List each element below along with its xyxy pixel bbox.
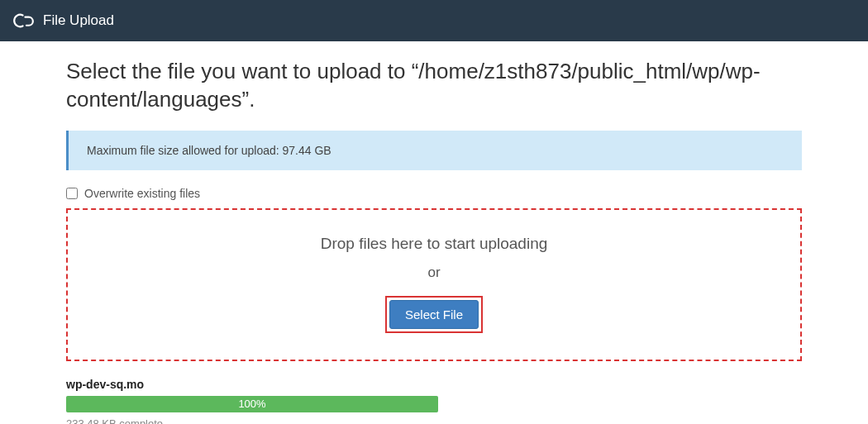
overwrite-label: Overwrite existing files — [84, 187, 200, 200]
content-area: Select the file you want to upload to “/… — [0, 41, 868, 424]
cpanel-logo-icon — [13, 10, 35, 31]
progress-percent-label: 100% — [238, 398, 265, 410]
select-file-highlight: Select File — [385, 296, 483, 333]
dropzone-or: or — [84, 264, 784, 281]
select-file-button[interactable]: Select File — [389, 300, 479, 329]
app-header: File Upload — [0, 0, 868, 41]
overwrite-checkbox[interactable] — [66, 188, 78, 199]
info-message: Maximum file size allowed for upload: 97… — [87, 144, 331, 157]
overwrite-row[interactable]: Overwrite existing files — [66, 187, 802, 200]
dropzone[interactable]: Drop files here to start uploading or Se… — [66, 208, 802, 361]
info-box: Maximum file size allowed for upload: 97… — [66, 131, 802, 170]
upload-item: wp-dev-sq.mo 100% 233.48 KB complete — [66, 378, 802, 424]
dropzone-text: Drop files here to start uploading — [84, 235, 784, 253]
progress-fill: 100% — [66, 396, 438, 412]
app-title: File Upload — [43, 12, 114, 29]
progress-bar: 100% — [66, 396, 438, 412]
upload-file-name: wp-dev-sq.mo — [66, 378, 802, 391]
progress-status: 233.48 KB complete — [66, 417, 802, 424]
page-title: Select the file you want to upload to “/… — [66, 58, 802, 114]
